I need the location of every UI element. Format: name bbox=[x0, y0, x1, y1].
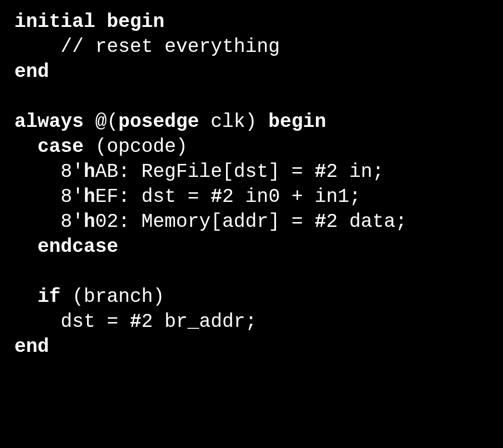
code-keyword: h bbox=[84, 161, 95, 183]
code-line: endcase bbox=[14, 236, 118, 258]
code-text: 8' bbox=[61, 186, 84, 208]
code-text: EF: dst = bbox=[95, 186, 211, 208]
code-text: AB: RegFile[dst] = bbox=[95, 161, 314, 183]
code-keyword: end bbox=[14, 61, 49, 83]
code-keyword: end bbox=[14, 336, 49, 358]
code-keyword: # bbox=[130, 311, 141, 333]
code-text: (branch) bbox=[61, 286, 164, 308]
code-keyword: case bbox=[38, 136, 84, 158]
code-keyword: if bbox=[38, 286, 61, 308]
code-text: 8' bbox=[61, 211, 84, 233]
code-line: case (opcode) bbox=[14, 136, 188, 158]
code-line: always @(posedge clk) begin bbox=[14, 111, 326, 133]
code-block: initial begin // reset everything end al… bbox=[0, 0, 503, 369]
code-text: clk) bbox=[199, 111, 268, 133]
code-keyword: initial begin bbox=[14, 11, 164, 33]
code-line: // reset everything bbox=[14, 36, 280, 58]
code-text: 8' bbox=[61, 161, 84, 183]
code-text: 2 br_addr; bbox=[141, 311, 257, 333]
code-line: end bbox=[14, 61, 49, 83]
code-keyword: h bbox=[84, 186, 95, 208]
code-text: 02: Memory[addr] = bbox=[95, 211, 314, 233]
code-text: 2 data; bbox=[326, 211, 407, 233]
code-text: 2 in0 + in1; bbox=[222, 186, 361, 208]
code-keyword: always bbox=[14, 111, 84, 133]
code-keyword: # bbox=[211, 186, 222, 208]
code-text: 2 in; bbox=[326, 161, 384, 183]
code-text: (opcode) bbox=[84, 136, 188, 158]
code-line: initial begin bbox=[14, 11, 164, 33]
code-line: dst = #2 br_addr; bbox=[14, 311, 257, 333]
code-line: 8'h02: Memory[addr] = #2 data; bbox=[14, 211, 407, 233]
code-text: // reset everything bbox=[61, 36, 280, 58]
code-line: 8'hAB: RegFile[dst] = #2 in; bbox=[14, 161, 384, 183]
code-line: 8'hEF: dst = #2 in0 + in1; bbox=[14, 186, 361, 208]
code-keyword: posedge bbox=[118, 111, 199, 133]
code-line: if (branch) bbox=[14, 286, 164, 308]
code-keyword: endcase bbox=[38, 236, 118, 258]
code-line: end bbox=[14, 336, 49, 358]
code-keyword: # bbox=[314, 211, 326, 233]
code-keyword: # bbox=[314, 161, 326, 183]
code-text: @( bbox=[84, 111, 118, 133]
code-keyword: h bbox=[84, 211, 95, 233]
code-keyword: begin bbox=[268, 111, 326, 133]
code-text: dst = bbox=[61, 311, 130, 333]
